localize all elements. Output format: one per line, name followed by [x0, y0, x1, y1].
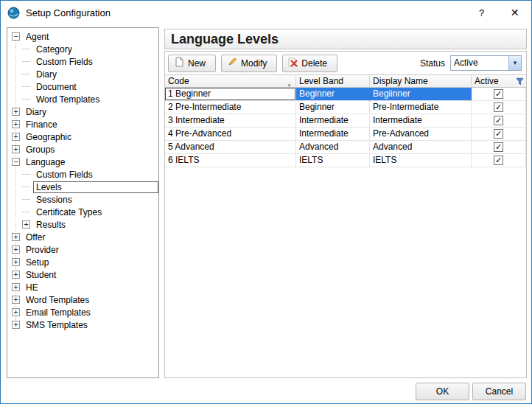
tree-item-word-templates[interactable]: Word Templates — [7, 93, 158, 105]
active-checkbox[interactable]: ✓ — [494, 156, 503, 165]
tree-item-student[interactable]: +Student — [7, 268, 158, 281]
tree-item-custom-fields[interactable]: Custom Fields — [7, 55, 158, 68]
tree-item-levels[interactable]: Levels — [7, 181, 158, 193]
funnel-filter-icon[interactable] — [516, 77, 524, 88]
expand-icon[interactable]: + — [12, 258, 20, 266]
tree-item-label: Groups — [23, 144, 57, 156]
column-header-active[interactable]: Active — [472, 75, 526, 87]
tree-item-email-templates[interactable]: +Email Templates — [7, 306, 158, 318]
status-dropdown[interactable]: Active ▼ — [450, 55, 522, 71]
expand-icon[interactable]: + — [12, 283, 20, 291]
tree-item-label: Offer — [23, 231, 48, 243]
tree-item-he[interactable]: +HE — [7, 281, 158, 293]
display-name-cell[interactable]: Pre-Advanced — [370, 128, 472, 141]
expand-icon[interactable]: + — [12, 120, 20, 128]
chevron-down-icon[interactable]: ▼ — [508, 56, 521, 70]
settings-tree-panel: −AgentCategoryCustom FieldsDiaryDocument… — [7, 27, 159, 378]
code-cell[interactable]: 4 Pre-Advanced — [165, 128, 296, 141]
active-cell[interactable]: ✓ — [472, 128, 526, 141]
tree-item-document[interactable]: Document — [7, 80, 158, 93]
table-row[interactable]: 4 Pre-AdvancedIntermediatePre-Advanced✓ — [165, 128, 526, 141]
active-cell[interactable]: ✓ — [472, 114, 526, 128]
tree-item-geographic[interactable]: +Geographic — [7, 130, 158, 143]
tree-item-word-templates[interactable]: +Word Templates — [7, 293, 158, 306]
cancel-button[interactable]: Cancel — [472, 383, 526, 400]
tree-item-results[interactable]: +Results — [7, 218, 158, 231]
tree-item-finance[interactable]: +Finance — [7, 118, 158, 130]
active-checkbox[interactable]: ✓ — [494, 89, 503, 99]
tree-item-provider[interactable]: +Provider — [7, 243, 158, 256]
active-cell[interactable]: ✓ — [472, 154, 526, 167]
delete-button[interactable]: Delete — [282, 55, 337, 72]
tree-connector-line — [22, 86, 30, 87]
table-row[interactable]: 6 IELTSIELTSIELTS✓ — [165, 154, 526, 167]
tree-item-certificate-types[interactable]: Certificate Types — [7, 206, 158, 218]
table-row[interactable]: 5 AdvancedAdvancedAdvanced✓ — [165, 141, 526, 154]
grid-body: 1 BeginnerBeginnerBegiinner✓2 Pre-Interm… — [165, 88, 526, 167]
level-band-cell[interactable]: Intermediate — [296, 128, 370, 141]
level-band-cell[interactable]: Advanced — [296, 141, 370, 154]
code-cell[interactable]: 1 Beginner — [165, 88, 296, 101]
expand-icon[interactable]: + — [22, 220, 30, 229]
tree-item-diary[interactable]: +Diary — [7, 105, 158, 118]
expand-icon[interactable]: + — [12, 133, 20, 141]
table-row[interactable]: 2 Pre-IntermediateBeginnerPre-Intermedia… — [165, 101, 526, 114]
display-name-cell[interactable]: Pre-Intermediate — [370, 101, 472, 114]
tree-connector-line — [22, 99, 30, 100]
expand-icon[interactable]: + — [12, 271, 20, 279]
column-header-level-band[interactable]: Level Band — [296, 75, 370, 87]
tree-item-offer[interactable]: +Offer — [7, 231, 158, 243]
expand-icon[interactable]: + — [12, 321, 20, 329]
expand-icon[interactable]: + — [12, 233, 20, 241]
new-button[interactable]: New — [168, 55, 216, 72]
active-cell[interactable]: ✓ — [472, 88, 526, 101]
level-band-cell[interactable]: Intermediate — [296, 114, 370, 128]
collapse-icon[interactable]: − — [12, 158, 20, 166]
tree-item-setup[interactable]: +Setup — [7, 256, 158, 268]
active-checkbox[interactable]: ✓ — [494, 129, 503, 139]
tree-indent — [12, 61, 22, 62]
active-cell[interactable]: ✓ — [472, 101, 526, 114]
tree-item-sms-templates[interactable]: +SMS Templates — [7, 318, 158, 331]
expand-icon[interactable]: + — [12, 145, 20, 153]
expand-icon[interactable]: + — [12, 108, 20, 116]
tree-item-agent[interactable]: −Agent — [7, 30, 158, 43]
expand-icon[interactable]: + — [12, 308, 20, 316]
tree-item-language[interactable]: −Language — [7, 156, 158, 168]
active-checkbox[interactable]: ✓ — [494, 142, 503, 152]
modify-button[interactable]: Modify — [221, 55, 277, 72]
expand-icon[interactable]: + — [12, 245, 20, 254]
active-checkbox[interactable]: ✓ — [494, 102, 503, 112]
tree-item-groups[interactable]: +Groups — [7, 143, 158, 156]
display-name-cell[interactable]: Begiinner — [370, 88, 472, 101]
tree-item-sessions[interactable]: Sessions — [7, 193, 158, 206]
level-band-cell[interactable]: Beginner — [296, 88, 370, 101]
tree-item-category[interactable]: Category — [7, 43, 158, 55]
tree-item-label: Diary — [33, 69, 60, 80]
expand-icon[interactable]: + — [12, 296, 20, 304]
active-checkbox[interactable]: ✓ — [494, 116, 503, 125]
table-row[interactable]: 3 IntermediateIntermediateIntermediate✓ — [165, 114, 526, 128]
code-cell[interactable]: 6 IELTS — [165, 154, 296, 167]
code-cell[interactable]: 2 Pre-Intermediate — [165, 101, 296, 114]
tree-item-custom-fields[interactable]: Custom Fields — [7, 168, 158, 181]
ok-button[interactable]: OK — [416, 383, 469, 400]
table-row[interactable]: 1 BeginnerBeginnerBegiinner✓ — [165, 88, 526, 101]
status-group: Status Active ▼ — [420, 55, 522, 71]
display-name-cell[interactable]: IELTS — [370, 154, 472, 167]
display-name-cell[interactable]: Advanced — [370, 141, 472, 154]
code-cell[interactable]: 3 Intermediate — [165, 114, 296, 128]
display-name-cell[interactable]: Intermediate — [370, 114, 472, 128]
code-cell[interactable]: 5 Advanced — [165, 141, 296, 154]
active-cell[interactable]: ✓ — [472, 141, 526, 154]
column-header-code[interactable]: Code ▲ — [165, 75, 296, 87]
title-bar: Setup Configuration ? ✕ — [1, 1, 531, 24]
column-header-display-name[interactable]: Display Name — [370, 75, 472, 87]
collapse-icon[interactable]: − — [12, 32, 20, 41]
level-band-cell[interactable]: IELTS — [296, 154, 370, 167]
sort-ascending-icon: ▲ — [287, 79, 292, 90]
level-band-cell[interactable]: Beginner — [296, 101, 370, 114]
help-button[interactable]: ? — [465, 1, 498, 24]
tree-item-diary[interactable]: Diary — [7, 68, 158, 80]
close-button[interactable]: ✕ — [498, 1, 531, 24]
